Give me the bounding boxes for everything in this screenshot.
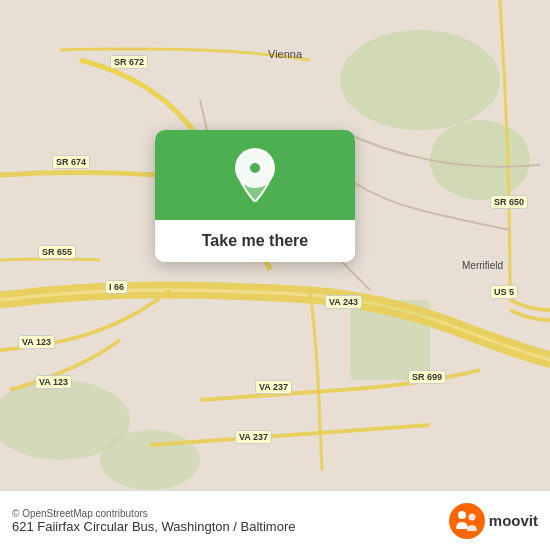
route-title: 621 Faiirfax Circular Bus, Washington / …	[12, 519, 441, 534]
svg-point-2	[430, 120, 530, 200]
svg-point-5	[100, 430, 200, 490]
road-label-va237b: VA 237	[235, 430, 272, 444]
road-label-sr650: SR 650	[490, 195, 528, 209]
road-label-va237a: VA 237	[255, 380, 292, 394]
road-label-sr655: SR 655	[38, 245, 76, 259]
location-pin-icon	[233, 148, 277, 202]
svg-point-10	[458, 511, 466, 519]
svg-point-9	[449, 503, 485, 539]
road-label-sr672: SR 672	[110, 55, 148, 69]
road-label-sr699: SR 699	[408, 370, 446, 384]
map-container: Vienna SR 672 SR 674 SR 655 I 66 VA 123 …	[0, 0, 550, 490]
popup-card-header	[155, 130, 355, 220]
road-label-va243: VA 243	[325, 295, 362, 309]
city-label-merrifield: Merrifield	[462, 260, 503, 271]
moovit-logo: moovit	[449, 503, 538, 539]
road-label-i66: I 66	[105, 280, 128, 294]
road-label-va123b: VA 123	[35, 375, 72, 389]
svg-point-1	[340, 30, 500, 130]
city-label-vienna: Vienna	[268, 48, 302, 60]
road-label-va123a: VA 123	[18, 335, 55, 349]
moovit-text: moovit	[489, 512, 538, 529]
road-label-sr674: SR 674	[52, 155, 90, 169]
road-label-us5: US 5	[490, 285, 518, 299]
moovit-icon	[449, 503, 485, 539]
take-me-there-button[interactable]: Take me there	[155, 220, 355, 262]
osm-credit: © OpenStreetMap contributors	[12, 508, 441, 519]
svg-point-8	[250, 163, 260, 173]
svg-point-11	[468, 513, 475, 520]
bottom-bar: © OpenStreetMap contributors 621 Faiirfa…	[0, 490, 550, 550]
popup-card: Take me there	[155, 130, 355, 262]
